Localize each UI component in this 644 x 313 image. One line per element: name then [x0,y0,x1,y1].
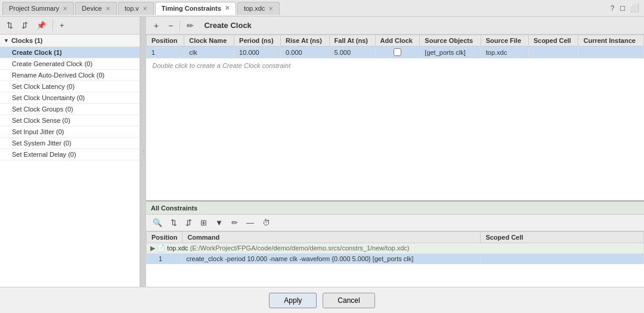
cell-clock-name: clk [184,47,234,58]
add-clock-checkbox[interactable] [394,48,401,56]
sidebar-item-set-clock-latency[interactable]: Set Clock Latency (0) [0,81,140,92]
minimize-icon[interactable]: □ [618,4,627,13]
tab-label: Project Summary [9,5,59,12]
sidebar-content: ▼ Clocks (1) Create Clock (1) Create Gen… [0,35,140,287]
sidebar-pin-button[interactable]: 📌 [33,20,49,31]
sidebar-item-create-clock[interactable]: Create Clock (1) [0,47,140,58]
ac-cmd-position: 1 [147,254,182,264]
all-constraints-toolbar: 🔍 ⇅ ⇵ ⊞ ▼ ✏ — ⏱ [146,215,644,231]
ac-search-button[interactable]: 🔍 [150,217,165,228]
hint-text: Double click to create a Create Clock co… [147,58,644,73]
cell-fall-at: 5.000 [329,47,375,58]
close-icon[interactable]: ✕ [106,5,110,12]
close-icon[interactable]: ✕ [268,5,273,12]
constraint-table: Position Clock Name Period (ns) Rise At … [146,35,644,73]
ac-delete-button[interactable]: — [243,217,257,228]
sidebar-item-set-system-jitter[interactable]: Set System Jitter (0) [0,138,140,149]
ac-table: Position Command Scoped Cell ▶ 📄 top.xdc… [146,231,644,264]
maximize-icon[interactable]: ⬜ [627,4,642,13]
cell-current-instance [578,47,644,58]
col-current-instance: Current Instance [578,35,644,47]
sidebar-item-create-generated-clock[interactable]: Create Generated Clock (0) [0,58,140,70]
ac-edit-button[interactable]: ✏ [228,217,241,228]
table-row[interactable]: 1 clk 10.000 0.000 5.000 [get_ports clk]… [147,47,644,58]
constraint-table-area: Position Clock Name Period (ns) Rise At … [146,35,644,200]
sidebar-item-set-external-delay[interactable]: Set External Delay (0) [0,149,140,160]
sidebar: ⇅ ⇵ 📌 + ▼ Clocks (1) Create Clock (1) Cr… [0,17,140,287]
col-scoped-cell: Scoped Cell [528,35,578,47]
col-position: Position [147,35,184,47]
cell-scoped-cell [528,47,578,58]
tab-label: Timing Constraints [162,5,221,12]
sidebar-expand-all-button[interactable]: ⇅ [4,20,16,31]
sidebar-section-clocks[interactable]: ▼ Clocks (1) [0,35,140,47]
tab-label: top.xdc [244,5,265,12]
tab-label: Device [82,5,102,12]
toolbar-divider [52,20,53,31]
all-constraints-title: All Constraints [151,204,197,212]
ac-group-button[interactable]: ⊞ [197,217,210,228]
ac-command-row[interactable]: 1 create_clock -period 10.000 -name clk … [147,254,644,264]
cell-source-objects: [get_ports clk] [420,47,481,58]
ac-clock-button[interactable]: ⏱ [259,217,273,228]
tab-device[interactable]: Device ✕ [75,2,117,15]
close-icon[interactable]: ✕ [143,5,147,12]
col-clock-name: Clock Name [184,35,234,47]
sidebar-item-set-clock-groups[interactable]: Set Clock Groups (0) [0,104,140,115]
tab-top-v[interactable]: top.v ✕ [118,2,154,15]
tab-top-xdc[interactable]: top.xdc ✕ [237,2,280,15]
ac-cmd-scoped-cell [481,254,644,264]
ac-file-name: top.xdc [167,244,188,252]
constraint-toolbar: + − ✏ Create Clock [146,17,644,35]
tab-timing-constraints[interactable]: Timing Constraints ✕ [155,2,236,15]
tab-label: top.v [125,5,139,12]
sidebar-add-button[interactable]: + [57,20,67,31]
sidebar-item-rename-auto-derived[interactable]: Rename Auto-Derived Clock (0) [0,70,140,81]
all-constraints-header: All Constraints [146,202,644,215]
ac-filter-button[interactable]: ▼ [212,217,226,228]
edit-constraint-button[interactable]: ✏ [184,20,197,32]
cell-position: 1 [147,47,184,58]
footer: Apply Cancel [0,287,644,313]
section-label: Clocks (1) [11,37,43,44]
col-source-objects: Source Objects [420,35,481,47]
tab-bar: Project Summary ✕ Device ✕ top.v ✕ Timin… [0,0,644,17]
constraint-section-title: Create Clock [204,21,251,30]
ac-cmd-command: create_clock -period 10.000 -name clk -w… [182,254,481,264]
tab-project-summary[interactable]: Project Summary ✕ [2,2,74,15]
sidebar-item-set-input-jitter[interactable]: Set Input Jitter (0) [0,126,140,138]
apply-button[interactable]: Apply [269,293,317,308]
ac-collapse-all-button[interactable]: ⇵ [182,217,195,228]
cell-rise-at: 0.000 [281,47,329,58]
col-fall-at: Fall At (ns) [329,35,375,47]
close-icon[interactable]: ✕ [63,5,67,12]
col-source-file: Source File [481,35,528,47]
help-icon[interactable]: ? [606,4,618,13]
all-constraints-panel: All Constraints 🔍 ⇅ ⇵ ⊞ ▼ ✏ — ⏱ Position… [146,200,644,287]
cell-add-clock[interactable] [375,47,420,58]
right-panel: + − ✏ Create Clock Position Clock Name P… [146,17,644,287]
close-icon[interactable]: ✕ [225,5,230,11]
sidebar-collapse-all-button[interactable]: ⇵ [18,20,31,31]
sidebar-item-set-clock-sense[interactable]: Set Clock Sense (0) [0,115,140,126]
main-area: ⇅ ⇵ 📌 + ▼ Clocks (1) Create Clock (1) Cr… [0,17,644,287]
ac-col-scoped-cell: Scoped Cell [481,232,644,243]
ac-col-command: Command [182,232,481,243]
col-add-clock: Add Clock [375,35,420,47]
ac-table-area: Position Command Scoped Cell ▶ 📄 top.xdc… [146,231,644,287]
remove-constraint-button[interactable]: − [165,20,176,32]
ac-file-cell: ▶ 📄 top.xdc (E:/WorkProject/FPGA/code/de… [147,243,644,254]
sidebar-resize-handle[interactable]: ⋮ [140,17,146,287]
col-period: Period (ns) [234,35,281,47]
ac-file-row[interactable]: ▶ 📄 top.xdc (E:/WorkProject/FPGA/code/de… [147,243,644,254]
toolbar-separator [179,20,180,31]
ac-expand-all-button[interactable]: ⇅ [168,217,180,228]
add-constraint-button[interactable]: + [151,20,162,32]
sidebar-toolbar: ⇅ ⇵ 📌 + [0,17,140,35]
sidebar-item-set-clock-uncertainty[interactable]: Set Clock Uncertainty (0) [0,92,140,104]
cell-period: 10.000 [234,47,281,58]
file-icon: ▶ 📄 [150,244,167,252]
cancel-button[interactable]: Cancel [323,293,374,308]
chevron-down-icon: ▼ [4,38,9,44]
table-hint-row[interactable]: Double click to create a Create Clock co… [147,58,644,73]
